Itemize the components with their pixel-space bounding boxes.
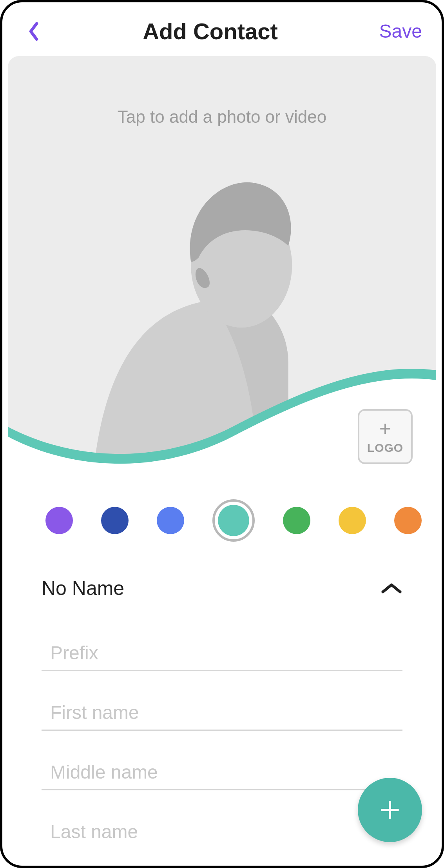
name-toggle[interactable]: No Name — [42, 577, 402, 611]
photo-picker[interactable]: Tap to add a photo or video + — [8, 56, 436, 472]
last-name-input[interactable] — [50, 821, 402, 843]
plus-icon: + — [379, 419, 391, 439]
chevron-up-icon — [381, 582, 402, 595]
color-swatch-selected[interactable] — [212, 499, 255, 542]
chevron-left-icon — [28, 22, 40, 41]
field-row — [42, 642, 402, 671]
first-name-input[interactable] — [50, 702, 402, 723]
field-row — [42, 821, 402, 849]
page-title: Add Contact — [45, 18, 375, 44]
field-row — [42, 761, 402, 790]
name-fields — [42, 642, 402, 849]
screen: Add Contact Save Tap to add a photo or v… — [0, 0, 444, 868]
color-swatch[interactable] — [45, 507, 73, 534]
color-swatch[interactable] — [101, 507, 129, 534]
color-swatch-inner — [218, 505, 249, 536]
name-toggle-label: No Name — [42, 577, 124, 600]
middle-name-input[interactable] — [50, 761, 402, 783]
color-swatch[interactable] — [157, 507, 184, 534]
header: Add Contact Save — [2, 2, 442, 56]
field-row — [42, 702, 402, 731]
add-logo-button[interactable]: + LOGO — [358, 409, 413, 464]
save-button[interactable]: Save — [375, 20, 422, 42]
logo-label: LOGO — [367, 441, 403, 455]
color-swatch[interactable] — [283, 507, 310, 534]
back-button[interactable] — [22, 20, 45, 43]
color-swatch[interactable] — [394, 507, 422, 534]
plus-icon — [378, 798, 402, 822]
color-picker-row — [2, 472, 442, 561]
color-swatch[interactable] — [339, 507, 366, 534]
prefix-input[interactable] — [50, 642, 402, 664]
add-fab[interactable] — [358, 778, 422, 842]
